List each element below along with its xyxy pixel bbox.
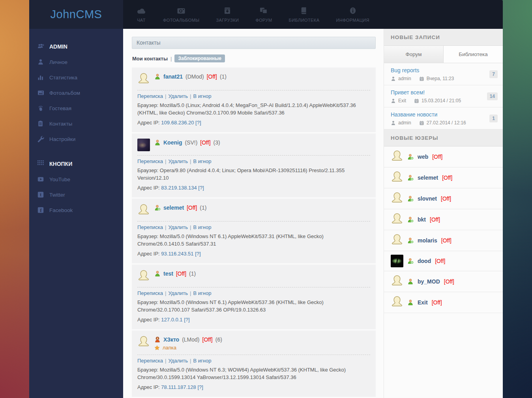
- new-users-title: НОВЫЕ ЮЗЕРЫ: [384, 130, 503, 146]
- user-name-link[interactable]: dood: [418, 258, 431, 264]
- sidebar-item-facebook[interactable]: f Facebook: [29, 203, 123, 218]
- sidebar-item-photoalbum[interactable]: Фотоальбом: [29, 85, 123, 101]
- post-title-link[interactable]: Bug reports: [391, 67, 419, 73]
- contact-action-link[interactable]: В игнор: [193, 158, 211, 164]
- contact-actions: Переписка|Удалить|В игнор: [137, 358, 370, 364]
- tab-library[interactable]: Библиотека: [444, 46, 503, 63]
- nav-item-label: ЧАТ: [137, 18, 146, 23]
- user-name-link[interactable]: slovnet: [418, 195, 437, 202]
- sidebar-item-guestbook[interactable]: Гостевая: [29, 101, 123, 116]
- contact-action-link[interactable]: В игнор: [193, 358, 211, 364]
- nav-item-forum[interactable]: ФОРУМ: [247, 6, 280, 23]
- avatar-silhouette[interactable]: [137, 204, 150, 217]
- sidebar-item-label: Гостевая: [49, 105, 71, 111]
- nav-item-information[interactable]: ИНФОРМАЦИЯ: [328, 6, 377, 23]
- avatar-silhouette[interactable]: [391, 213, 403, 226]
- status-badge: [Off]: [444, 278, 454, 285]
- contact-username-link[interactable]: selemet: [163, 205, 184, 211]
- youtube-icon: [37, 176, 44, 183]
- member-add-icon: [407, 154, 414, 160]
- filter-my-contacts[interactable]: Мои контакты: [132, 56, 168, 62]
- contact-role: (LMod): [182, 336, 199, 343]
- nav-item-chat[interactable]: ЧАТ: [128, 6, 155, 23]
- avatar-silhouette[interactable]: [391, 296, 403, 309]
- contact-username-link[interactable]: test: [163, 270, 173, 277]
- avatar-silhouette[interactable]: [137, 73, 150, 86]
- contact-action-link[interactable]: Переписка: [137, 358, 163, 364]
- member-add-icon: [154, 205, 161, 211]
- contact-action-link[interactable]: Переписка: [137, 93, 163, 99]
- post-title-link[interactable]: Название новости: [391, 111, 437, 118]
- user-name-link[interactable]: Exit: [418, 299, 428, 306]
- new-user-row: web [Off]: [384, 146, 503, 167]
- ip-whois-link[interactable]: [?]: [195, 251, 200, 257]
- johncms-logo[interactable]: JohnCMS: [51, 8, 102, 21]
- status-badge: [Off]: [435, 258, 445, 264]
- contact-action-link[interactable]: Переписка: [137, 224, 163, 230]
- member-icon: [154, 270, 161, 277]
- sidebar-item-personal[interactable]: Личное: [29, 54, 123, 70]
- user-icon: [37, 59, 44, 66]
- user-name-link[interactable]: selemet: [418, 175, 438, 181]
- user-name-link[interactable]: bkt: [418, 216, 426, 223]
- contact-role: (SV!): [185, 139, 197, 146]
- contact-action-link[interactable]: Переписка: [137, 158, 163, 164]
- sidebar-item-label: Контакты: [49, 121, 72, 127]
- user-name-link[interactable]: web: [418, 154, 428, 160]
- browser-info: Браузер: Mozilla/5.0 (Windows NT 6.3; WO…: [137, 366, 370, 381]
- post-title-link[interactable]: Привет всем!: [391, 89, 425, 96]
- contact-action-link[interactable]: В игнор: [193, 290, 211, 296]
- contact-action-link[interactable]: Удалить: [168, 158, 188, 164]
- avatar-silhouette[interactable]: [137, 270, 150, 283]
- contact-action-link[interactable]: Удалить: [168, 93, 188, 99]
- ip-address-link[interactable]: 78.111.187.128: [161, 384, 196, 390]
- avatar-silhouette[interactable]: [391, 275, 403, 288]
- nav-item-downloads[interactable]: ЗАГРУЗКИ: [208, 6, 247, 23]
- avatar-silhouette[interactable]: [391, 150, 403, 163]
- ip-whois-link[interactable]: [?]: [195, 120, 201, 126]
- contact-username-link[interactable]: ХЗкто: [163, 336, 179, 343]
- ip-whois-link[interactable]: [?]: [197, 384, 203, 390]
- avatar-silhouette[interactable]: [137, 336, 150, 349]
- sidebar-item-statistics[interactable]: Статистика: [29, 70, 123, 85]
- avatar-silhouette[interactable]: [391, 192, 403, 205]
- ip-address-link[interactable]: 83.219.138.134: [161, 185, 197, 191]
- sidebar-item-contacts[interactable]: Контакты: [29, 116, 123, 131]
- contact-action-link[interactable]: В игнор: [193, 93, 211, 99]
- avatar-photo[interactable]: [137, 139, 150, 151]
- contact-action-link[interactable]: Удалить: [168, 358, 188, 364]
- contact-action-link[interactable]: Переписка: [137, 290, 163, 296]
- member-add-icon: [407, 237, 414, 244]
- svg-text:31: 31: [416, 100, 418, 102]
- ip-whois-link[interactable]: [?]: [198, 185, 204, 191]
- contact-action-link[interactable]: В игнор: [193, 224, 211, 230]
- ip-address-link[interactable]: 93.116.243.51: [161, 251, 193, 257]
- avatar-photo[interactable]: [391, 255, 403, 267]
- ip-info: Адрес IP: 93.116.243.51 [?]: [137, 250, 370, 257]
- user-name-link[interactable]: by_MOD: [418, 278, 440, 285]
- ip-address-link[interactable]: 127.0.0.1: [161, 317, 182, 323]
- contact-card: fanat21 (DMod) [Off] (1) Переписка|Удали…: [132, 68, 376, 132]
- twitter-icon: t: [37, 191, 44, 198]
- member-add-icon: [407, 195, 414, 202]
- dashed-divider: [137, 221, 370, 222]
- avatar-silhouette[interactable]: [391, 234, 403, 247]
- user-name-link[interactable]: molaris: [418, 237, 437, 244]
- sidebar-item-twitter[interactable]: t Twitter: [29, 187, 123, 203]
- contact-username-link[interactable]: Koenig: [163, 139, 182, 146]
- nav-item-photoalbums[interactable]: ФОТОАЛЬБОМЫ: [155, 6, 208, 23]
- ip-address-link[interactable]: 109.68.236.20: [161, 120, 194, 126]
- ip-whois-link[interactable]: [?]: [184, 317, 189, 323]
- sidebar-item-youtube[interactable]: YouTube: [29, 172, 123, 187]
- contact-action-link[interactable]: Удалить: [168, 224, 188, 230]
- footprint-icon: [37, 105, 44, 112]
- ip-info: Адрес IP: 83.219.138.134 [?]: [137, 184, 370, 191]
- contact-username-link[interactable]: fanat21: [163, 73, 183, 80]
- filter-blocked-button[interactable]: Заблокированные: [174, 54, 225, 62]
- wrench-icon: [37, 136, 44, 143]
- tab-forum[interactable]: Форум: [384, 46, 444, 63]
- nav-item-library[interactable]: БИБЛИОТЕКА: [281, 6, 328, 23]
- contact-action-link[interactable]: Удалить: [168, 290, 188, 296]
- sidebar-item-settings[interactable]: Настройки: [29, 131, 123, 147]
- avatar-silhouette[interactable]: [391, 171, 403, 184]
